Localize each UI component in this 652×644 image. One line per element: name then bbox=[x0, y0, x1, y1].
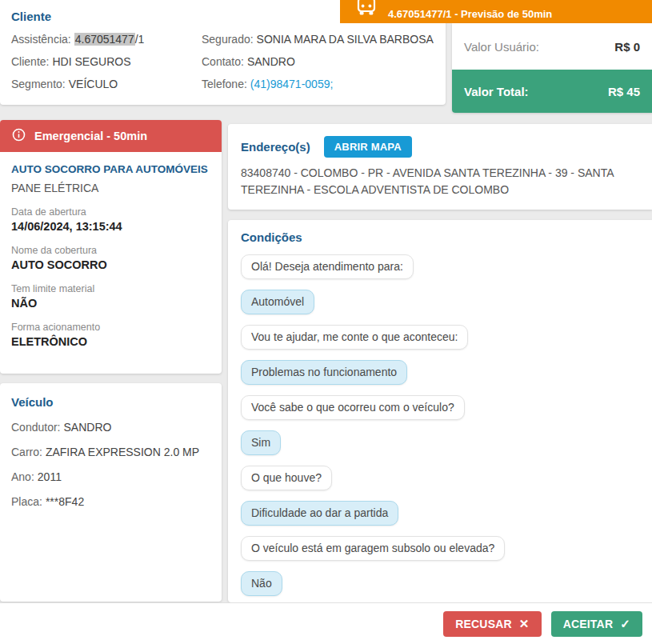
field-row: Condutor:SANDRO bbox=[11, 415, 210, 440]
assistencia-number-highlight: 4.67051477 bbox=[74, 33, 135, 46]
chat-bubble: O veículo está em garagem subsolo ou ele… bbox=[241, 536, 505, 561]
car-icon bbox=[356, 0, 377, 20]
client-fields-right: Segurado:SONIA MARA DA SILVA BARBOSA Con… bbox=[202, 28, 434, 73]
vehicle-card-title: Veículo bbox=[11, 395, 210, 409]
banner-reference-text: 4.67051477/1 - Previsão de 50min bbox=[388, 8, 552, 20]
service-subtitle: PANE ELÉTRICA bbox=[11, 182, 210, 194]
field-telefone: Telefone:(41)98471-0059; bbox=[202, 73, 434, 95]
reject-button[interactable]: RECUSAR ✕ bbox=[443, 611, 541, 637]
assistance-detail-page: Cliente Assistência:4.67051477/1 Cliente… bbox=[0, 0, 652, 644]
conditions-card-title: Condições bbox=[241, 230, 639, 244]
service-field: Nome da cobertura AUTO SOCORRO bbox=[11, 245, 210, 271]
vehicle-fields: Condutor:SANDRO Carro:ZAFIRA EXPRESSION … bbox=[11, 415, 210, 514]
service-field: Tem limite material NÃO bbox=[11, 283, 210, 310]
address-text: 83408740 - COLOMBO - PR - AVENIDA SANTA … bbox=[241, 165, 639, 198]
field-row: Carro:ZAFIRA EXPRESSION 2.0 MP bbox=[11, 440, 210, 465]
address-card-title: Endereço(s) bbox=[241, 140, 310, 154]
conditions-card: Condições Olá! Deseja atendimento para: … bbox=[228, 220, 652, 602]
phone-link[interactable]: (41)98471-0059; bbox=[250, 78, 334, 90]
field-assistencia: Assistência:4.67051477/1 bbox=[11, 28, 202, 50]
client-fields: Assistência:4.67051477/1 Cliente:HDI SEG… bbox=[11, 28, 434, 95]
chat-bubble: Problemas no funcionamento bbox=[241, 360, 407, 385]
field-row: Segmento:VEÍCULO bbox=[11, 73, 202, 95]
info-icon bbox=[12, 128, 26, 144]
x-icon: ✕ bbox=[519, 618, 530, 630]
chat-bubble: Sim bbox=[241, 430, 281, 455]
accept-button-label: ACEITAR bbox=[563, 618, 614, 630]
emergency-badge: Emergencial - 50min bbox=[0, 120, 222, 152]
field-row: Contato:SANDRO bbox=[202, 50, 434, 73]
accept-button[interactable]: ACEITAR ✓ bbox=[551, 611, 642, 637]
check-icon: ✓ bbox=[620, 618, 630, 630]
chat-bubble: O que houve? bbox=[241, 466, 332, 490]
field-row: Placa:***8F42 bbox=[11, 490, 210, 514]
valor-total-row: Valor Total: R$ 45 bbox=[452, 70, 652, 113]
valor-usuario-value: R$ 0 bbox=[614, 40, 640, 54]
service-fields: Data de abertura 14/06/2024, 13:15:44 No… bbox=[11, 206, 210, 348]
assistencia-suffix: /1 bbox=[135, 33, 145, 46]
service-field: Data de abertura 14/06/2024, 13:15:44 bbox=[11, 206, 210, 233]
field-row: Cliente:HDI SEGUROS bbox=[11, 50, 202, 73]
chat-bubble: Você sabe o que ocorreu com o veículo? bbox=[241, 395, 465, 420]
conditions-messages: Olá! Deseja atendimento para: Automóvel … bbox=[241, 254, 639, 602]
field-row: Segurado:SONIA MARA DA SILVA BARBOSA bbox=[202, 28, 434, 50]
reject-button-label: RECUSAR bbox=[455, 618, 512, 630]
valor-total-value: R$ 45 bbox=[608, 85, 640, 98]
chat-bubble: Não bbox=[241, 571, 282, 596]
chat-bubble: Vou te ajudar, me conte o que aconteceu: bbox=[241, 325, 468, 350]
chat-bubble: Automóvel bbox=[241, 290, 314, 314]
field-row: Ano:2011 bbox=[11, 465, 210, 490]
address-card: Endereço(s) ABRIR MAPA 83408740 - COLOMB… bbox=[228, 124, 652, 210]
chat-bubble: Dificuldade ao dar a partida bbox=[241, 501, 398, 526]
open-map-button[interactable]: ABRIR MAPA bbox=[324, 136, 412, 158]
service-preview-banner: 4.67051477/1 - Previsão de 50min bbox=[340, 0, 652, 23]
valor-card: Valor Usuário: R$ 0 Valor Total: R$ 45 bbox=[452, 23, 652, 113]
client-fields-left: Cliente:HDI SEGUROS Segmento:VEÍCULO bbox=[11, 50, 202, 95]
emergency-badge-label: Emergencial - 50min bbox=[34, 130, 147, 142]
chat-bubble: Olá! Deseja atendimento para: bbox=[241, 254, 414, 279]
service-card: Emergencial - 50min AUTO SOCORRO PARA AU… bbox=[0, 120, 222, 374]
action-footer: RECUSAR ✕ ACEITAR ✓ bbox=[0, 602, 652, 644]
service-name: AUTO SOCORRO PARA AUTOMÓVEIS bbox=[11, 163, 210, 175]
valor-usuario-row: Valor Usuário: R$ 0 bbox=[452, 23, 652, 70]
vehicle-card: Veículo Condutor:SANDRO Carro:ZAFIRA EXP… bbox=[0, 383, 222, 602]
service-field: Forma acionamento ELETRÔNICO bbox=[11, 322, 210, 348]
